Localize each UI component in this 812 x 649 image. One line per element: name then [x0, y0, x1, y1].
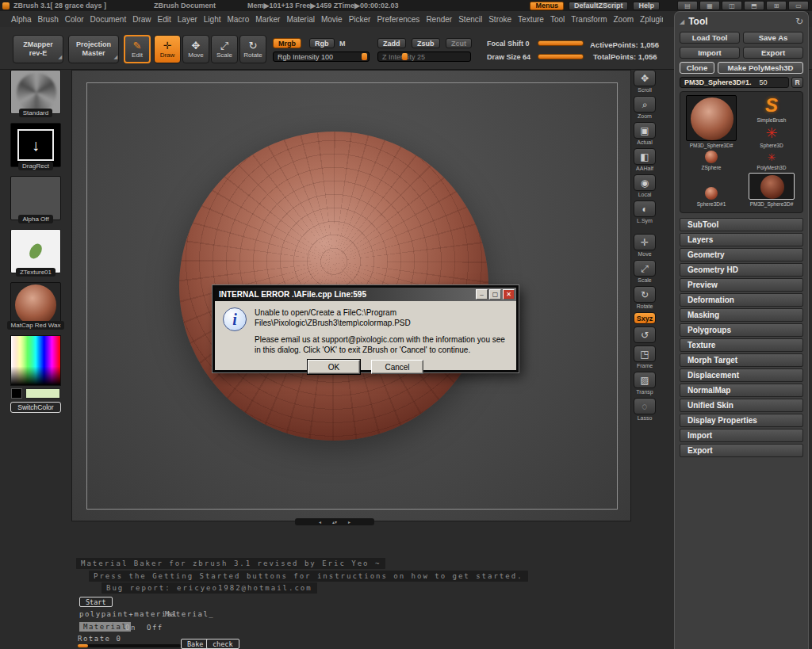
menu-macro[interactable]: Macro	[227, 15, 249, 24]
tool-section[interactable]: Import	[680, 429, 803, 442]
frame-button[interactable]: ◳ Frame	[634, 345, 656, 369]
zoom-button[interactable]: ⌕ Zoom	[634, 96, 656, 120]
zadd-button[interactable]: Zadd	[377, 38, 406, 48]
scroll-button[interactable]: ✥ Scroll	[634, 70, 656, 94]
zmapper-button[interactable]: ZMapper rev-E ◢	[13, 35, 63, 63]
edit-mode-button[interactable]: ✎ Edit	[124, 35, 151, 63]
draw-size-slider[interactable]	[538, 54, 584, 59]
zsub-button[interactable]: Zsub	[412, 38, 440, 48]
menu-edit[interactable]: Edit	[158, 15, 171, 24]
make-polymesh3d-button[interactable]: Make PolyMesh3D	[718, 62, 803, 74]
slider-thumb[interactable]	[362, 53, 367, 60]
simplebrush-item[interactable]: S SimpleBrush	[757, 95, 787, 123]
primary-color-swatch[interactable]	[11, 388, 22, 399]
polymesh3d-item[interactable]: ✳ PolyMesh3D	[744, 151, 799, 170]
sphere3d1-item[interactable]: Sphere3D#1	[684, 173, 739, 207]
spin-button[interactable]: ↺	[634, 326, 656, 343]
lsym-button[interactable]: ◐ L.Sym	[634, 200, 656, 224]
rgb-intensity-slider[interactable]: Rgb Intensity 100	[273, 52, 370, 62]
tool-palette-header[interactable]: ◢ Tool ↻	[680, 16, 803, 27]
rgb-button[interactable]: Rgb	[309, 38, 335, 48]
current-brush-selector[interactable]: Standard	[10, 70, 61, 117]
tool-section[interactable]: Morph Target	[680, 353, 803, 367]
tool-section[interactable]: Texture	[680, 338, 803, 352]
load-tool-button[interactable]: Load Tool	[680, 32, 740, 44]
slider-thumb[interactable]	[402, 53, 408, 60]
menu-material[interactable]: Material	[286, 15, 315, 24]
menu-layer[interactable]: Layer	[178, 15, 197, 24]
tool-section[interactable]: Export	[680, 444, 803, 457]
restore-config-button[interactable]: R	[791, 77, 803, 88]
menu-picker[interactable]: Picker	[349, 15, 371, 24]
tool-section[interactable]: Masking	[680, 308, 803, 322]
export-button[interactable]: Export	[743, 47, 803, 59]
help-button[interactable]: Help	[633, 2, 660, 10]
tool-section[interactable]: Unified Skin	[680, 399, 803, 412]
dialog-minimize-icon[interactable]: –	[476, 289, 488, 300]
menu-stencil[interactable]: Stencil	[458, 15, 482, 24]
color-picker[interactable]	[10, 335, 61, 386]
pm3d-sphere-item[interactable]: PM3D_Sphere3D#	[744, 173, 799, 207]
tool-section[interactable]: Geometry HD	[680, 263, 803, 277]
menu-light[interactable]: Light	[204, 15, 221, 24]
menu-stroke[interactable]: Stroke	[488, 15, 511, 24]
move-gyro-button[interactable]: ✛ Move	[634, 234, 656, 258]
menu-zplugin[interactable]: Zplugin	[640, 15, 663, 24]
polypaint-material-label[interactable]: polypaint+material	[79, 610, 178, 618]
tool-section[interactable]: Deformation	[680, 293, 803, 307]
projection-master-button[interactable]: Projection Master ◢	[68, 35, 119, 63]
rotate-mode-button[interactable]: ↻ Rotate	[239, 35, 266, 63]
menu-alpha[interactable]: Alpha	[11, 15, 32, 24]
default-zscript-button[interactable]: DefaultZScript	[569, 2, 629, 10]
menu-document[interactable]: Document	[90, 15, 127, 24]
bake-button[interactable]: Bake	[181, 639, 209, 649]
menu-draw[interactable]: Draw	[132, 15, 151, 24]
import-button[interactable]: Import	[680, 47, 740, 59]
draw-mode-button[interactable]: ✛ Draw	[154, 35, 181, 63]
start-button[interactable]: Start	[79, 597, 113, 607]
layout-add-icon[interactable]: ⊞	[766, 1, 787, 10]
ok-button[interactable]: OK	[308, 360, 360, 374]
transp-button[interactable]: ▨ Transp	[634, 372, 656, 395]
current-texture-selector[interactable]: ZTexture01	[10, 229, 61, 277]
sxyz-button[interactable]: Sxyz	[634, 312, 656, 324]
dialog-maximize-icon[interactable]: ▢	[489, 289, 501, 300]
tool-name-slider[interactable]: PM3D_Sphere3D#1. 50	[680, 77, 789, 88]
menu-tool[interactable]: Tool	[550, 15, 565, 24]
cancel-button[interactable]: Cancel	[371, 360, 423, 374]
menu-preferences[interactable]: Preferences	[377, 15, 419, 24]
save-as-button[interactable]: Save As	[743, 32, 803, 44]
menu-texture[interactable]: Texture	[518, 15, 544, 24]
dialog-titlebar[interactable]: INTERNAL ERROR .\AFile.cpp Line:595 – ▢ …	[215, 288, 516, 301]
menu-marker[interactable]: Marker	[255, 15, 280, 24]
menu-zoom[interactable]: Zoom	[613, 15, 634, 24]
layout-split-icon[interactable]: ◫	[722, 1, 742, 10]
scale-gyro-button[interactable]: ⤢ Scale	[634, 260, 656, 284]
focal-shift-slider[interactable]	[538, 40, 584, 46]
layout-grid-icon[interactable]: ▤	[677, 1, 698, 10]
zsphere-item[interactable]: ZSphere	[684, 151, 739, 170]
menu-movie[interactable]: Movie	[321, 15, 343, 24]
tool-section[interactable]: Preview	[680, 278, 803, 292]
menu-brush[interactable]: Brush	[38, 15, 59, 24]
lasso-button[interactable]: ◌ Lasso	[634, 398, 656, 422]
aahalf-button[interactable]: ◧ AAHalf	[634, 148, 656, 172]
current-alpha-selector[interactable]: Alpha Off	[10, 176, 61, 223]
z-intensity-slider[interactable]: Z Intensity 25	[377, 52, 471, 62]
on-button[interactable]: On	[125, 624, 136, 632]
menu-color[interactable]: Color	[65, 15, 84, 24]
tool-section[interactable]: Displacement	[680, 368, 803, 382]
layout-bar-icon[interactable]: ▭	[788, 1, 809, 10]
actual-button[interactable]: ▣ Actual	[634, 122, 656, 146]
sphere3d-item[interactable]: ✳ Sphere3D	[760, 123, 783, 148]
tool-section[interactable]: SubTool	[680, 218, 803, 231]
off-button[interactable]: Off	[147, 624, 163, 632]
menus-button[interactable]: Menus	[530, 2, 564, 10]
menu-transform[interactable]: Transform	[571, 15, 607, 24]
tool-section[interactable]: Layers	[680, 233, 803, 246]
refresh-icon[interactable]: ↻	[795, 16, 803, 27]
current-tool-item[interactable]: PM3D_Sphere3D#	[684, 95, 739, 148]
scale-mode-button[interactable]: ⤢ Scale	[211, 35, 238, 63]
material-toggle-button[interactable]: Material	[79, 622, 131, 632]
rotate-slider[interactable]	[78, 644, 181, 647]
